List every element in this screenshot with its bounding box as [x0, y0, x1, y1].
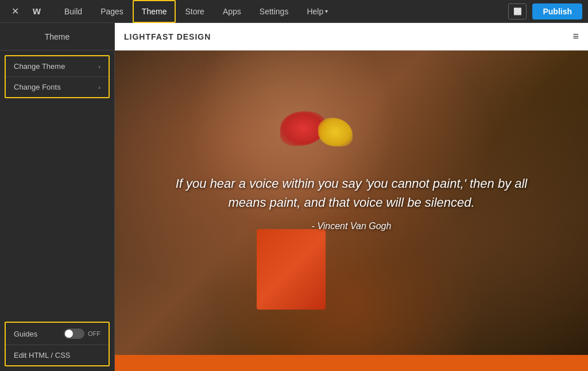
hero-quote-text: If you hear a voice within you say 'you …	[162, 174, 540, 212]
nav-item-theme[interactable]: Theme	[133, 0, 176, 23]
content-area: LIGHTFAST DESIGN ≡ If you hear a voice w…	[115, 23, 588, 371]
toggle-thumb	[65, 330, 73, 338]
site-title: LIGHTFAST DESIGN	[124, 32, 211, 41]
sidebar-item-guides[interactable]: Guides OFF	[6, 323, 109, 345]
hamburger-icon[interactable]: ≡	[572, 30, 579, 42]
nav-item-build[interactable]: Build	[55, 0, 91, 23]
nav-item-settings[interactable]: Settings	[250, 0, 298, 23]
sidebar-item-edit-html-css[interactable]: Edit HTML / CSS	[6, 345, 109, 365]
sidebar-bottom-panel: Guides OFF Edit HTML / CSS	[5, 322, 110, 366]
guides-toggle[interactable]	[64, 329, 84, 339]
nav-item-help[interactable]: Help ▾	[297, 0, 337, 23]
nav-item-store[interactable]: Store	[176, 0, 213, 23]
main-layout: Theme Change Theme › Change Fonts › Guid…	[0, 23, 588, 371]
paint-orange-canvas	[257, 229, 326, 310]
toggle-state-label: OFF	[88, 330, 100, 337]
guides-toggle-group: OFF	[64, 329, 100, 339]
change-theme-label: Change Theme	[14, 62, 65, 71]
publish-button[interactable]: Publish	[532, 3, 582, 20]
guides-label: Guides	[14, 330, 37, 338]
sidebar-item-change-theme[interactable]: Change Theme ›	[6, 56, 109, 77]
sidebar-header: Theme	[0, 23, 114, 51]
logo-icon: w	[28, 2, 46, 21]
top-navigation: ✕ w Build Pages Theme Store Apps Setting…	[0, 0, 588, 23]
close-button[interactable]: ✕	[6, 2, 24, 21]
content-header: LIGHTFAST DESIGN ≡	[115, 23, 588, 51]
orange-bottom-bar	[115, 355, 588, 371]
nav-item-apps[interactable]: Apps	[214, 0, 250, 23]
sidebar-menu: Change Theme › Change Fonts ›	[5, 55, 110, 98]
edit-html-css-label: Edit HTML / CSS	[14, 351, 70, 360]
sidebar-item-change-fonts[interactable]: Change Fonts ›	[6, 77, 109, 97]
sidebar: Theme Change Theme › Change Fonts › Guid…	[0, 23, 115, 371]
sidebar-title: Theme	[45, 32, 70, 41]
view-toggle-button[interactable]: ⬜	[508, 3, 527, 20]
change-fonts-label: Change Fonts	[14, 83, 61, 91]
chevron-right-icon: ›	[98, 63, 100, 70]
hero-quote-block: If you hear a voice within you say 'you …	[162, 174, 540, 231]
hero-quote-author: - Vincent Van Gogh	[162, 221, 540, 231]
dropdown-arrow: ▾	[325, 8, 328, 14]
chevron-right-icon-fonts: ›	[98, 84, 100, 91]
nav-items: Build Pages Theme Store Apps Settings He…	[55, 0, 337, 23]
nav-item-pages[interactable]: Pages	[91, 0, 133, 23]
hero-area: If you hear a voice within you say 'you …	[115, 51, 588, 355]
